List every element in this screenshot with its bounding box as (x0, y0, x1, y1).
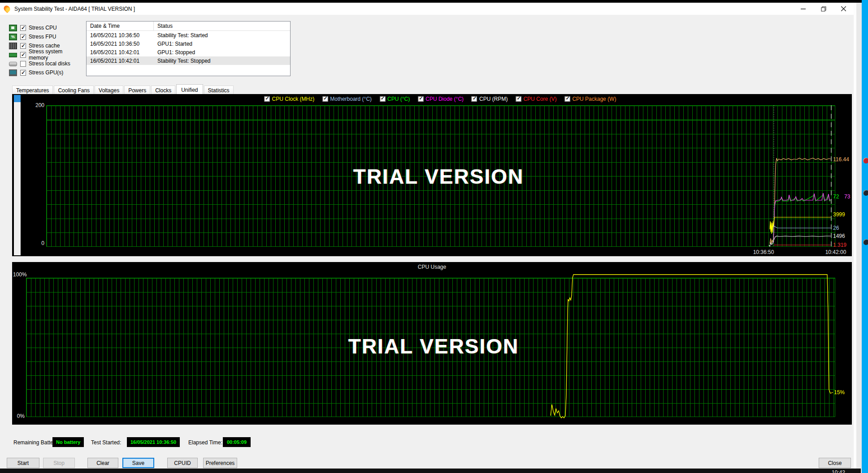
event-log-table: Date & Time Status 16/05/2021 10:36:50 S… (86, 21, 291, 76)
readout-cpu-diode: 73 (844, 194, 850, 200)
legend-item: CPU Package (W) (564, 96, 616, 102)
unified-sensor-chart: CPU Clock (MHz) Motherboard (°C) CPU (°C… (12, 94, 852, 256)
legend-checkbox-cpu-temp[interactable] (380, 96, 385, 102)
battery-value: No battery (52, 437, 84, 447)
legend-checkbox-cpu-rpm[interactable] (472, 96, 477, 102)
readout-cpu-core-voltage: 1.319 (833, 242, 846, 248)
log-cell-status: GPU1: Started (154, 41, 192, 47)
readout-cpu-package: 116.44 (833, 156, 849, 163)
stress-option-fpu: % Stress FPU (9, 32, 83, 41)
log-header-date[interactable]: Date & Time (87, 22, 154, 30)
cpu-usage-chart: CPU Usage 100% 0% 15% TRIAL VERSION (12, 262, 852, 425)
minimize-button[interactable] (793, 3, 813, 15)
log-cell-status: Stability Test: Stopped (154, 58, 211, 64)
chart-scrollbar[interactable] (14, 95, 21, 255)
background-window-edge (856, 3, 862, 473)
gpu-icon (9, 69, 17, 76)
y-axis-max-label: 200 (30, 102, 44, 108)
close-button[interactable]: Close (819, 458, 851, 468)
background-avatar-icon (863, 239, 868, 245)
trial-watermark: TRIAL VERSION (348, 334, 519, 358)
chart-legend: CPU Clock (MHz) Motherboard (°C) CPU (°C… (260, 96, 621, 102)
close-window-button[interactable] (833, 3, 854, 15)
elapsed-time-label: Elapsed Time: (188, 439, 222, 446)
cpu-icon (9, 25, 17, 31)
log-header-row: Date & Time Status (87, 22, 290, 31)
log-header-status[interactable]: Status (154, 23, 173, 29)
stress-cpu-checkbox[interactable] (20, 25, 26, 31)
readout-cpu-clock: 3999 (833, 211, 845, 218)
background-avatar-icon (863, 190, 868, 196)
legend-item: CPU (RPM) (472, 96, 508, 102)
legend-checkbox-cpu-diode[interactable] (418, 96, 423, 102)
legend-checkbox-cpu-clock[interactable] (265, 96, 270, 102)
usage-max-label: 100% (13, 271, 25, 278)
close-icon (841, 6, 846, 11)
stop-button[interactable]: Stop (43, 458, 75, 468)
preferences-button[interactable]: Preferences (203, 458, 237, 468)
test-started-value: 16/05/2021 10:36:50 (127, 437, 180, 447)
legend-checkbox-cpu-package[interactable] (564, 96, 570, 102)
legend-label: CPU Diode (°C) (425, 96, 464, 102)
restore-button[interactable] (813, 3, 833, 15)
legend-item: Motherboard (°C) (322, 96, 372, 102)
log-cell-date: 16/05/2021 10:36:50 (87, 41, 154, 47)
stress-memory-checkbox[interactable] (20, 52, 26, 58)
stress-option-label: Stress system memory (29, 48, 83, 61)
legend-item: CPU Diode (°C) (418, 96, 464, 102)
readout-cpu-usage: 15% (834, 389, 845, 396)
log-row-selected[interactable]: 16/05/2021 10:42:01 Stability Test: Stop… (87, 56, 290, 65)
disk-icon (9, 62, 17, 66)
legend-checkbox-cpu-core[interactable] (516, 96, 521, 102)
chart-scrollbar-thumb[interactable] (14, 95, 21, 102)
restore-icon (821, 6, 826, 12)
legend-checkbox-motherboard[interactable] (322, 96, 328, 102)
stress-gpu-checkbox[interactable] (20, 70, 26, 76)
window-controls (793, 3, 854, 15)
x-axis-end-label: 10:42:00 (820, 249, 852, 255)
log-cell-status: Stability Test: Started (154, 32, 208, 39)
legend-label: Motherboard (°C) (330, 96, 372, 102)
save-button[interactable]: Save (122, 458, 154, 468)
readout-cpu-temp: 72 (833, 194, 839, 200)
minimize-icon (801, 6, 806, 11)
legend-label: CPU Clock (MHz) (272, 96, 315, 102)
log-row[interactable]: 16/05/2021 10:36:50 GPU1: Started (87, 39, 290, 48)
background-badge-icon (863, 158, 868, 163)
usage-min-label: 0% (16, 413, 25, 419)
taskbar-clock: 10:42 (832, 469, 845, 473)
stress-option-label: Stress FPU (29, 34, 56, 40)
background-app-strip (862, 0, 868, 473)
log-row[interactable]: 16/05/2021 10:36:50 Stability Test: Star… (87, 31, 290, 39)
stress-disks-checkbox[interactable] (20, 61, 26, 67)
y-axis-min-label: 0 (30, 240, 44, 246)
readout-motherboard-temp: 26 (833, 225, 839, 231)
stress-cache-checkbox[interactable] (20, 43, 26, 49)
start-button[interactable]: Start (7, 458, 39, 468)
stress-option-label: Stress local disks (29, 60, 70, 67)
legend-item: CPU Clock (MHz) (265, 96, 315, 102)
elapsed-time-value: 00:05:09 (223, 437, 251, 447)
log-row[interactable]: 16/05/2021 10:42:01 GPU1: Stopped (87, 48, 290, 56)
log-cell-date: 16/05/2021 10:42:01 (87, 58, 154, 64)
cpu-usage-title: CPU Usage (12, 264, 852, 270)
stress-options-panel: Stress CPU % Stress FPU Stress cache Str… (9, 23, 83, 77)
x-axis-start-label: 10:36:50 (747, 249, 780, 255)
aida64-flame-icon (3, 4, 12, 13)
fpu-icon: % (9, 34, 17, 40)
stress-option-label: Stress GPU(s) (29, 69, 63, 76)
legend-label: CPU (°C) (387, 96, 410, 102)
stress-option-cpu: Stress CPU (9, 23, 83, 32)
legend-item: CPU Core (V) (516, 96, 556, 102)
clear-button[interactable]: Clear (87, 458, 118, 468)
log-cell-date: 16/05/2021 10:36:50 (87, 32, 154, 39)
stress-option-label: Stress cache (29, 43, 60, 49)
cpuid-button[interactable]: CPUID (167, 458, 198, 468)
stress-fpu-checkbox[interactable] (20, 34, 26, 40)
test-started-label: Test Started: (91, 439, 121, 446)
trial-watermark: TRIAL VERSION (353, 164, 524, 189)
stress-option-gpu: Stress GPU(s) (9, 68, 83, 77)
stress-option-memory: Stress system memory (9, 50, 83, 59)
legend-item: CPU (°C) (380, 96, 410, 102)
legend-label: CPU Package (W) (572, 96, 616, 102)
